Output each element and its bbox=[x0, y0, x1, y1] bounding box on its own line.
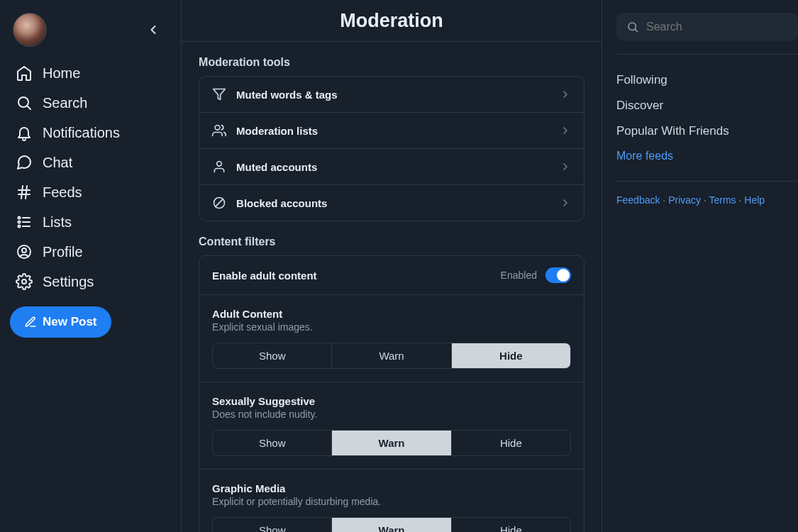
svg-point-8 bbox=[18, 226, 21, 228]
svg-point-17 bbox=[217, 162, 222, 167]
feed-popular-with-friends[interactable]: Popular With Friends bbox=[616, 118, 798, 144]
search-icon bbox=[626, 21, 639, 33]
avatar[interactable] bbox=[13, 13, 47, 47]
footer-privacy[interactable]: Privacy bbox=[668, 194, 701, 206]
search-box[interactable] bbox=[616, 13, 798, 41]
content-filters-panel: Enable adult content Enabled Adult Conte… bbox=[199, 255, 584, 532]
home-icon bbox=[16, 65, 33, 82]
tool-muted-accounts[interactable]: Muted accounts bbox=[199, 149, 584, 185]
filter-group-title: Sexually Suggestive bbox=[212, 395, 571, 407]
footer-help[interactable]: Help bbox=[744, 194, 765, 206]
feed-list: Following Discover Popular With Friends bbox=[616, 67, 798, 144]
collapse-sidebar-button[interactable] bbox=[141, 18, 165, 42]
chevron-right-icon bbox=[560, 89, 571, 100]
nav-search[interactable]: Search bbox=[10, 88, 171, 118]
list-icon bbox=[16, 214, 33, 231]
nav-settings[interactable]: Settings bbox=[10, 267, 171, 297]
svg-point-14 bbox=[22, 279, 26, 284]
main-content: Moderation Moderation tools Muted words … bbox=[182, 0, 602, 532]
svg-point-16 bbox=[215, 126, 220, 131]
filter-option-warn[interactable]: Warn bbox=[332, 518, 451, 532]
nav-label: Lists bbox=[43, 214, 72, 231]
gear-icon bbox=[16, 273, 33, 290]
new-post-label: New Post bbox=[43, 315, 97, 329]
tool-moderation-lists[interactable]: Moderation lists bbox=[199, 113, 584, 149]
filter-group-desc: Explicit or potentially disturbing media… bbox=[212, 496, 571, 507]
tool-label: Muted words & tags bbox=[236, 89, 550, 101]
nav-label: Feeds bbox=[43, 184, 82, 201]
moderation-tools-title: Moderation tools bbox=[199, 56, 584, 69]
filter-group-title: Graphic Media bbox=[212, 482, 571, 494]
filter-group-desc: Explicit sexual images. bbox=[212, 321, 571, 333]
user-icon bbox=[212, 160, 226, 174]
nav-label: Settings bbox=[43, 274, 94, 290]
filter-option-warn[interactable]: Warn bbox=[332, 431, 451, 455]
svg-point-6 bbox=[18, 217, 21, 219]
chevron-left-icon bbox=[146, 23, 160, 37]
svg-line-1 bbox=[28, 106, 31, 110]
enabled-text: Enabled bbox=[501, 270, 537, 281]
users-icon bbox=[212, 123, 226, 138]
chat-icon bbox=[16, 154, 33, 171]
compose-icon bbox=[24, 316, 37, 328]
left-sidebar: Home Search Notifications Chat Feeds Lis… bbox=[0, 0, 182, 532]
nav-chat[interactable]: Chat bbox=[10, 148, 171, 177]
chevron-right-icon bbox=[560, 125, 571, 136]
svg-point-13 bbox=[22, 248, 26, 253]
tool-label: Moderation lists bbox=[236, 125, 550, 137]
filter-option-hide[interactable]: Hide bbox=[452, 518, 570, 532]
filter-group: Sexually Suggestive Does not include nud… bbox=[199, 382, 584, 470]
feed-discover[interactable]: Discover bbox=[616, 93, 798, 118]
enable-adult-content-label: Enable adult content bbox=[212, 270, 317, 282]
nav-lists[interactable]: Lists bbox=[10, 207, 171, 237]
svg-line-19 bbox=[216, 199, 223, 207]
svg-line-5 bbox=[26, 186, 27, 199]
moderation-tools-list: Muted words & tags Moderation lists Mute… bbox=[199, 76, 584, 221]
footer-feedback[interactable]: Feedback bbox=[616, 194, 660, 206]
nav-label: Notifications bbox=[43, 125, 120, 141]
filter-group-desc: Does not include nudity. bbox=[212, 409, 571, 420]
svg-point-7 bbox=[18, 221, 21, 223]
filter-group: Adult Content Explicit sexual images. Sh… bbox=[199, 295, 584, 382]
filter-option-hide[interactable]: Hide bbox=[452, 343, 570, 368]
hash-icon bbox=[16, 184, 33, 201]
nav-profile[interactable]: Profile bbox=[10, 237, 171, 267]
tool-muted-words[interactable]: Muted words & tags bbox=[199, 77, 584, 113]
nav-notifications[interactable]: Notifications bbox=[10, 118, 171, 148]
filter-group: Graphic Media Explicit or potentially di… bbox=[199, 470, 584, 532]
filter-segmented-control: Show Warn Hide bbox=[212, 517, 571, 532]
filter-option-show[interactable]: Show bbox=[213, 343, 332, 368]
svg-marker-15 bbox=[214, 89, 226, 100]
filter-icon bbox=[212, 87, 226, 101]
footer-links: Feedback · Privacy · Terms · Help bbox=[616, 194, 798, 206]
content-filters-title: Content filters bbox=[199, 235, 584, 248]
nav-label: Profile bbox=[43, 244, 83, 260]
nav-home[interactable]: Home bbox=[10, 58, 171, 88]
right-sidebar: Following Discover Popular With Friends … bbox=[602, 0, 798, 532]
filter-group-title: Adult Content bbox=[212, 308, 571, 320]
block-icon bbox=[212, 196, 226, 210]
filter-option-show[interactable]: Show bbox=[213, 518, 332, 532]
adult-content-toggle[interactable] bbox=[545, 267, 571, 283]
profile-icon bbox=[16, 243, 33, 260]
search-icon bbox=[16, 94, 33, 111]
more-feeds-link[interactable]: More feeds bbox=[616, 144, 798, 168]
new-post-button[interactable]: New Post bbox=[10, 306, 111, 338]
tool-label: Blocked accounts bbox=[236, 197, 550, 209]
nav-feeds[interactable]: Feeds bbox=[10, 177, 171, 207]
nav-label: Home bbox=[43, 65, 80, 82]
search-input[interactable] bbox=[646, 21, 788, 33]
nav-label: Search bbox=[43, 95, 87, 111]
filter-option-warn[interactable]: Warn bbox=[332, 343, 451, 368]
filter-option-hide[interactable]: Hide bbox=[452, 431, 570, 455]
feed-following[interactable]: Following bbox=[616, 67, 798, 93]
footer-terms[interactable]: Terms bbox=[709, 194, 736, 206]
filter-segmented-control: Show Warn Hide bbox=[212, 430, 571, 456]
chevron-right-icon bbox=[560, 197, 571, 209]
filter-option-show[interactable]: Show bbox=[213, 431, 332, 455]
bell-icon bbox=[16, 124, 33, 141]
nav-label: Chat bbox=[43, 155, 72, 171]
svg-line-4 bbox=[21, 186, 23, 199]
tool-blocked-accounts[interactable]: Blocked accounts bbox=[199, 185, 584, 221]
filter-segmented-control: Show Warn Hide bbox=[212, 343, 571, 369]
